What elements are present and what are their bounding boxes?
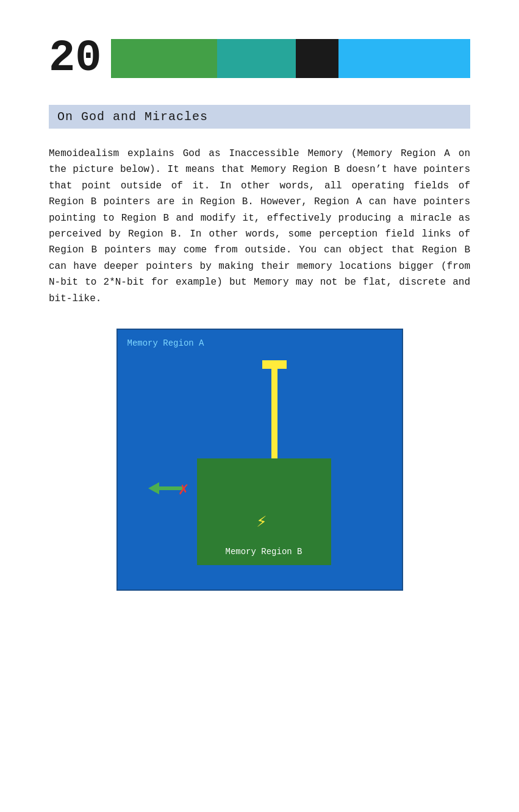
lightning-icon: ⚡ [257,511,267,532]
arrow-head-left [148,482,159,494]
arrow-top-cap [262,360,287,369]
body-text: Memoidealism explains God as Inaccessibl… [49,146,470,307]
section-title-box: On God and Miracles [49,105,470,129]
chapter-number: 20 [49,37,101,80]
chapter-header: 20 [49,37,470,80]
color-segment-1 [111,39,217,78]
section-title: On God and Miracles [57,110,208,124]
region-b-label: Memory Region B [225,547,302,557]
color-segment-2 [217,39,296,78]
region-a-label: Memory Region A [127,338,204,348]
color-segment-4 [338,39,470,78]
red-x-icon: ✗ [179,479,189,499]
color-segment-3 [296,39,338,78]
diagram: Memory Region A Memory Region B ⚡ ✗ [116,329,403,591]
color-bar [111,39,470,78]
